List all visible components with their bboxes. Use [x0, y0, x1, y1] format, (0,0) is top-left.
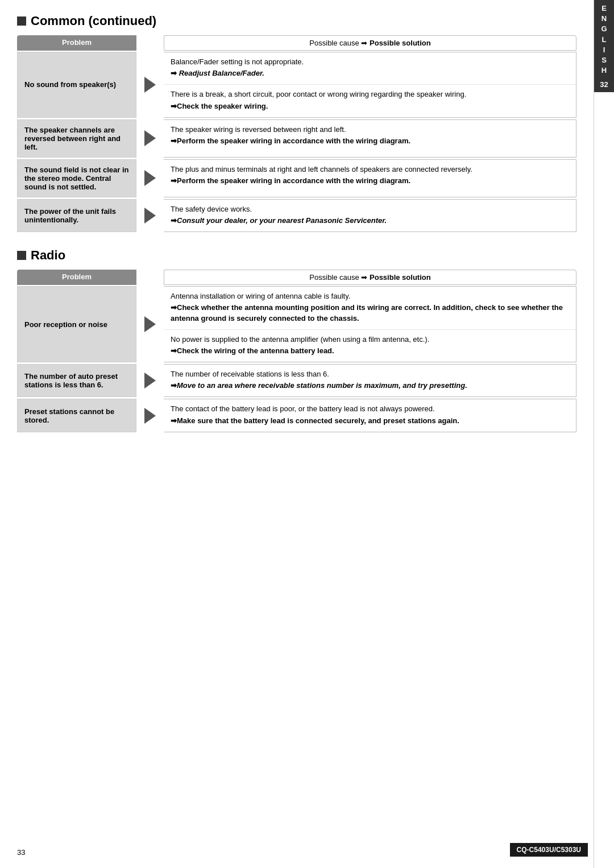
common-solution-1a: Balance/Fader setting is not appropriate…	[164, 52, 576, 85]
radio-row-2: The number of auto preset stations is le…	[17, 364, 576, 397]
common-section-icon	[17, 16, 26, 26]
radio-solution-1a: Antenna installation or wiring of antenn…	[164, 287, 576, 330]
cause-label: Possible cause	[309, 39, 359, 47]
radio-problem-2: The number of auto preset stations is le…	[17, 364, 136, 397]
common-solution-3a: The plus and minus terminals at right an…	[164, 160, 576, 192]
common-section-title: Common (continued)	[31, 14, 156, 28]
main-content: Common (continued) Problem Possible caus…	[0, 0, 594, 455]
common-cause-2a: The speaker wiring is reversed between r…	[171, 125, 569, 135]
radio-section-heading: Radio	[17, 248, 576, 263]
common-header-problem: Problem	[17, 35, 136, 51]
radio-arrow-1	[136, 286, 164, 362]
arrow-icon-2	[144, 130, 156, 146]
common-arrow-1	[136, 52, 164, 118]
lang-i: I	[603, 45, 605, 55]
arrow-icon-3	[144, 170, 156, 186]
common-cause-1b: There is a break, a short circuit, poor …	[171, 89, 569, 100]
language-bar: E N G L I S H 32	[594, 0, 614, 868]
radio-action-2a: ➡Move to an area where receivable statio…	[171, 381, 569, 391]
radio-cause-2a: The number of receivable stations is les…	[171, 369, 569, 379]
radio-action-1b: ➡Check the wiring of the antenna battery…	[171, 346, 569, 356]
radio-arrow-icon-2	[144, 373, 156, 388]
radio-cause-1b: No power is supplied to the antenna ampl…	[171, 334, 569, 345]
common-table: Problem Possible cause ➡ Possible soluti…	[17, 35, 576, 232]
common-solutions-3: The plus and minus terminals at right an…	[164, 159, 576, 197]
radio-solution-2a: The number of receivable stations is les…	[164, 365, 576, 396]
radio-cause-label: Possible cause	[309, 273, 359, 282]
radio-solutions-1: Antenna installation or wiring of antenn…	[164, 286, 576, 362]
radio-row-3: Preset stations cannot be stored. The co…	[17, 399, 576, 432]
common-problem-3: The sound field is not clear in the ster…	[17, 159, 136, 197]
common-cause-3a: The plus and minus terminals at right an…	[171, 164, 569, 175]
radio-header-solution: Possible cause ➡ Possible solution	[164, 270, 576, 285]
common-problem-2: The speaker channels are reversed betwee…	[17, 119, 136, 158]
radio-solution-1b: No power is supplied to the antenna ampl…	[164, 330, 576, 362]
radio-section-icon	[17, 251, 26, 260]
common-action-2a: ➡Perform the speaker wiring in accordanc…	[171, 136, 569, 146]
common-action-3a: ➡Perform the speaker wiring in accordanc…	[171, 176, 569, 186]
common-cause-4a: The safety device works.	[171, 204, 569, 214]
radio-header-arrow-spacer	[136, 270, 164, 285]
radio-arrow-icon-1	[144, 316, 156, 332]
common-solution-1b: There is a break, a short circuit, poor …	[164, 85, 576, 117]
page-number-bottom: 33	[17, 848, 25, 857]
model-number: CQ-C5403U/C5303U	[510, 843, 588, 857]
radio-action-3a: ➡Make sure that the battery lead is conn…	[171, 416, 569, 426]
common-arrow-3	[136, 159, 164, 197]
radio-row-1: Poor reception or noise Antenna installa…	[17, 286, 576, 362]
common-row-3: The sound field is not clear in the ster…	[17, 159, 576, 197]
radio-solution-label: Possible solution	[370, 273, 431, 282]
common-arrow-4	[136, 199, 164, 232]
radio-table-header: Problem Possible cause ➡ Possible soluti…	[17, 270, 576, 285]
common-header-arrow-spacer	[136, 35, 164, 51]
lang-h: H	[601, 65, 607, 76]
radio-arrow-icon-3	[144, 408, 156, 424]
arrow-icon-1	[144, 77, 156, 93]
common-problem-1: No sound from speaker(s)	[17, 52, 136, 118]
common-header-solution: Possible cause ➡ Possible solution	[164, 35, 576, 51]
common-solutions-4: The safety device works. ➡Consult your d…	[164, 199, 576, 232]
radio-arrow-3	[136, 399, 164, 432]
radio-section-title: Radio	[31, 248, 65, 263]
radio-header-problem: Problem	[17, 270, 136, 285]
radio-solutions-2: The number of receivable stations is les…	[164, 364, 576, 397]
common-row-2: The speaker channels are reversed betwee…	[17, 119, 576, 158]
lang-e: E	[601, 3, 607, 14]
radio-arrow-2	[136, 364, 164, 397]
radio-action-1a: ➡Check whether the antenna mounting posi…	[171, 303, 569, 323]
common-cause-1a: Balance/Fader setting is not appropriate…	[171, 57, 569, 67]
common-row-1: No sound from speaker(s) Balance/Fader s…	[17, 52, 576, 118]
radio-table: Problem Possible cause ➡ Possible soluti…	[17, 270, 576, 432]
common-solutions-2: The speaker wiring is reversed between r…	[164, 119, 576, 158]
common-action-1a: ➡ Readjust Balance/Fader.	[171, 68, 569, 78]
lang-n: N	[601, 14, 607, 24]
common-solution-4a: The safety device works. ➡Consult your d…	[164, 200, 576, 232]
radio-problem-1: Poor reception or noise	[17, 286, 136, 362]
common-solutions-1: Balance/Fader setting is not appropriate…	[164, 52, 576, 118]
common-section-heading: Common (continued)	[17, 14, 576, 28]
lang-g: G	[601, 24, 607, 34]
common-action-4a: ➡Consult your dealer, or your nearest Pa…	[171, 216, 569, 226]
common-problem-4: The power of the unit fails unintentiona…	[17, 199, 136, 232]
radio-cause-1a: Antenna installation or wiring of antenn…	[171, 291, 569, 301]
radio-solutions-3: The contact of the battery lead is poor,…	[164, 399, 576, 432]
lang-l: L	[602, 35, 607, 45]
common-table-header: Problem Possible cause ➡ Possible soluti…	[17, 35, 576, 51]
radio-solution-3a: The contact of the battery lead is poor,…	[164, 399, 576, 431]
common-solution-2a: The speaker wiring is reversed between r…	[164, 120, 576, 152]
common-action-1b: ➡Check the speaker wiring.	[171, 101, 569, 111]
common-row-4: The power of the unit fails unintentiona…	[17, 199, 576, 232]
radio-problem-3: Preset stations cannot be stored.	[17, 399, 136, 432]
lang-bar-top: E N G L I S H 32	[594, 0, 614, 92]
radio-cause-3a: The contact of the battery lead is poor,…	[171, 404, 569, 414]
solution-label: Possible solution	[370, 39, 431, 47]
page-number-side: 32	[600, 80, 608, 89]
arrow-icon-4	[144, 208, 156, 224]
common-arrow-2	[136, 119, 164, 158]
lang-s: S	[601, 55, 607, 65]
